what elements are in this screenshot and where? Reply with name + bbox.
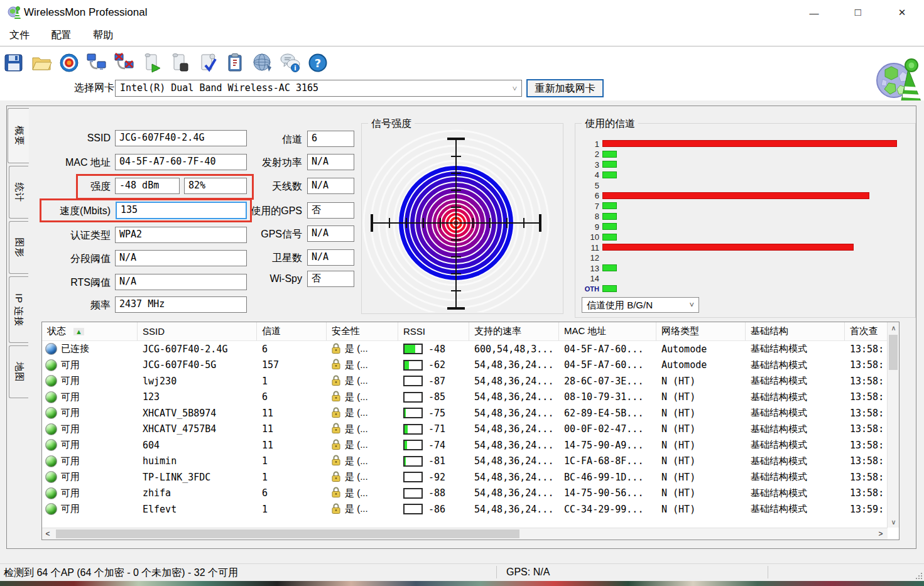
table-row[interactable]: 可用 TP-LINK_3FDC 1 是 (... -92 54,48,36,24… xyxy=(42,469,888,486)
first-seen-cell: 13:58: xyxy=(845,455,886,467)
horizontal-scrollbar[interactable]: < > xyxy=(42,528,888,540)
gps-status: GPS: N/A xyxy=(506,567,550,578)
header-status[interactable]: 状态▲ xyxy=(42,322,138,340)
channel-number-label: 14 xyxy=(579,274,599,283)
ssid-cell: 123 xyxy=(138,391,257,403)
help-icon[interactable]: ? xyxy=(304,50,332,76)
header-infrastructure[interactable]: 基础结构 xyxy=(746,322,845,340)
status-text: 可用 xyxy=(61,487,80,499)
infrastructure-cell: 基础结构模式 xyxy=(746,487,845,499)
maximize-button[interactable]: □ xyxy=(843,4,873,21)
scroll-up-icon[interactable]: ∧ xyxy=(888,322,900,334)
header-ssid[interactable]: SSID xyxy=(138,322,257,340)
connect-adapter-icon[interactable] xyxy=(83,50,111,76)
table-row[interactable]: 可用 lwj230 1 是 (... -87 54,48,36,24... 28… xyxy=(42,373,888,389)
network-type-cell: N (HT) xyxy=(656,391,746,403)
rssi-bar-icon xyxy=(403,392,423,403)
ssid-cell: XHCATV_5B8974 xyxy=(138,408,257,419)
rssi-value: -48 xyxy=(428,344,445,355)
padlock-icon xyxy=(332,375,340,388)
status-separator xyxy=(496,566,497,578)
mac-cell: 04-5F-A7-60... xyxy=(559,359,656,371)
channel-cell: 11 xyxy=(257,408,327,419)
verify-log-icon[interactable] xyxy=(193,50,221,76)
table-row[interactable]: 可用 XHCATV_4757B4 11 是 (... -71 54,48,36,… xyxy=(42,421,888,438)
table-row[interactable]: 可用 JCG-607F40-5G 157 是 (... -62 54,48,36… xyxy=(42,357,888,374)
rates-cell: 600,54,48,3... xyxy=(469,344,559,355)
rates-cell: 54,48,36,24... xyxy=(469,408,559,419)
channel-usage-select[interactable]: 信道使用 B/G/N ˅ xyxy=(582,297,699,313)
header-security[interactable]: 安全性 xyxy=(327,322,398,340)
header-network-type[interactable]: 网络类型 xyxy=(656,322,746,340)
first-seen-cell: 13:58: xyxy=(845,359,886,371)
stop-log-icon[interactable] xyxy=(166,50,193,76)
status-text: 可用 xyxy=(61,423,80,435)
table-row[interactable]: 已连接 JCG-607F40-2.4G 6 是 (... -48 600,54,… xyxy=(42,341,888,357)
menu-configuration[interactable]: 配置 xyxy=(41,25,80,42)
channel-row: 1 xyxy=(579,139,913,149)
channel-usage-bar xyxy=(602,161,617,168)
channel-label: 信道 xyxy=(223,133,302,146)
open-folder-icon[interactable] xyxy=(28,50,55,76)
menu-file[interactable]: 文件 xyxy=(0,25,39,42)
rssi-bar-icon xyxy=(403,424,423,435)
close-button[interactable]: ✕ xyxy=(887,4,917,21)
web-icon[interactable] xyxy=(249,50,276,76)
target-icon[interactable] xyxy=(55,50,83,76)
adapter-select[interactable]: Intel(R) Dual Band Wireless-AC 3165 ˅ xyxy=(115,80,522,97)
rssi-value: -75 xyxy=(428,408,445,419)
desktop-wallpaper-strip xyxy=(0,581,924,586)
table-row[interactable]: 可用 zhifa 6 是 (... -88 54,48,36,24... 14-… xyxy=(42,486,888,502)
header-first-seen[interactable]: 首次查 xyxy=(845,322,886,340)
channel-number-label: 2 xyxy=(579,149,599,159)
table-row[interactable]: 可用 123 6 是 (... -85 54,48,36,24... 08-10… xyxy=(42,389,888,406)
toolbar: i ? xyxy=(0,47,924,78)
table-row[interactable]: 可用 huimin 1 是 (... -81 54,48,36,24... 1C… xyxy=(42,453,888,470)
scroll-right-icon[interactable]: > xyxy=(875,528,886,540)
disconnect-adapter-icon[interactable] xyxy=(111,50,138,76)
table-row[interactable]: 可用 Elfevt 1 是 (... -86 54,48,36,24... CC… xyxy=(42,501,888,518)
security-text: 是 (... xyxy=(345,375,368,387)
scroll-down-icon[interactable]: ∨ xyxy=(888,516,900,528)
ap-table: 状态▲ SSID 信道 安全性 RSSI 支持的速率 MAC 地址 网络类型 基… xyxy=(41,322,900,540)
infrastructure-cell: 基础结构模式 xyxy=(746,439,845,451)
network-type-cell: Automode xyxy=(656,359,746,371)
header-rssi[interactable]: RSSI xyxy=(398,322,469,340)
table-row[interactable]: 可用 XHCATV_5B8974 11 是 (... -75 54,48,36,… xyxy=(42,405,888,421)
mac-cell: 1C-FA-68-8F... xyxy=(559,455,656,467)
feedback-icon[interactable]: i xyxy=(276,50,304,76)
channel-usage-bar xyxy=(602,234,617,241)
channel-number-label: OTH xyxy=(579,285,599,293)
rts-threshold-label: RTS阈值 xyxy=(4,276,111,290)
channel-number-label: 9 xyxy=(579,222,599,232)
rssi-value: -86 xyxy=(428,504,445,515)
report-icon[interactable] xyxy=(221,50,249,76)
status-text: 可用 xyxy=(61,359,80,371)
network-type-cell: N (HT) xyxy=(656,487,746,499)
network-type-cell: N (HT) xyxy=(656,440,746,451)
security-text: 是 (... xyxy=(345,423,368,435)
header-channel[interactable]: 信道 xyxy=(257,322,327,340)
header-rates[interactable]: 支持的速率 xyxy=(469,322,559,340)
save-icon[interactable] xyxy=(0,50,28,76)
status-text: 可用 xyxy=(61,455,80,467)
ssid-cell: zhifa xyxy=(138,487,257,499)
minimize-button[interactable]: — xyxy=(799,4,829,21)
status-orb-icon xyxy=(45,455,57,467)
table-row[interactable]: 可用 604 11 是 (... -74 54,48,36,24... 14-7… xyxy=(42,437,888,453)
vertical-scrollbar[interactable]: ∧ ∨ xyxy=(887,322,899,528)
tab-map[interactable]: 地图 xyxy=(9,345,28,398)
status-text: 可用 xyxy=(61,471,80,483)
start-log-icon[interactable] xyxy=(138,50,166,76)
channel-number-label: 1 xyxy=(579,139,599,149)
resize-grip[interactable] xyxy=(916,573,922,579)
scroll-left-icon[interactable]: < xyxy=(42,528,53,540)
horizontal-scroll-thumb[interactable] xyxy=(56,529,519,538)
channel-row: 11 xyxy=(579,242,913,253)
ssid-cell: Elfevt xyxy=(138,504,257,515)
reload-adapter-button[interactable]: 重新加载网卡 xyxy=(526,79,604,97)
vertical-scroll-thumb[interactable] xyxy=(889,335,898,370)
menu-help[interactable]: 帮助 xyxy=(84,25,122,42)
mac-label: MAC 地址 xyxy=(4,156,111,170)
header-mac[interactable]: MAC 地址 xyxy=(559,322,656,340)
